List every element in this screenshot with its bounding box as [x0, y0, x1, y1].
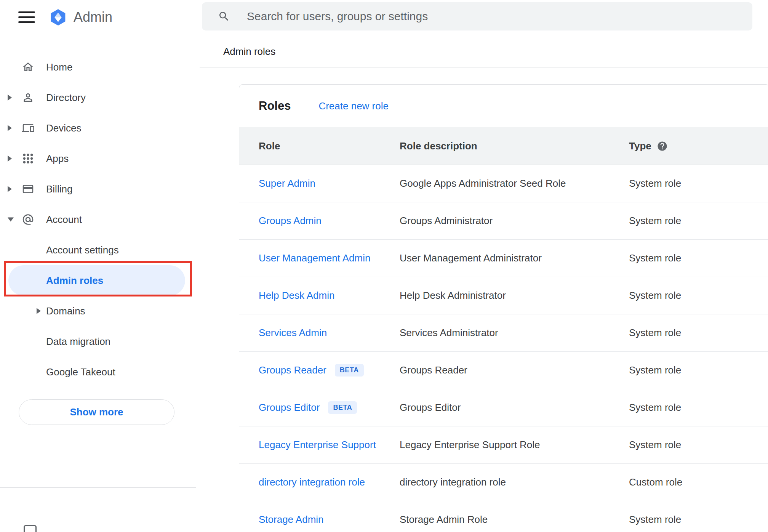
- sidebar-header: Admin: [0, 0, 196, 34]
- create-new-role-link[interactable]: Create new role: [318, 100, 389, 112]
- role-type: System role: [629, 364, 768, 376]
- sidebar-item-directory[interactable]: Directory: [0, 82, 196, 113]
- role-link[interactable]: Groups Editor: [259, 402, 320, 413]
- sidebar-item-label: Directory: [46, 92, 86, 104]
- role-link[interactable]: User Management Admin: [259, 252, 370, 264]
- role-description: Google Apps Administrator Seed Role: [400, 178, 629, 189]
- sidebar-item-apps[interactable]: Apps: [0, 143, 196, 174]
- apps-grid-icon: [22, 152, 34, 165]
- sidebar-item-home[interactable]: Home: [0, 52, 196, 82]
- role-link[interactable]: Super Admin: [259, 178, 315, 189]
- role-description: Storage Admin Role: [400, 514, 629, 526]
- table-row: Groups Reader BETA Groups Reader System …: [239, 352, 768, 389]
- role-description: Groups Editor: [400, 402, 629, 413]
- billing-card-icon: [22, 183, 34, 195]
- role-description: directory integration role: [400, 476, 629, 488]
- role-description: Help Desk Administrator: [400, 290, 629, 301]
- table-row: Help Desk Admin Help Desk Administrator …: [239, 277, 768, 314]
- sidebar-item-label: Google Takeout: [46, 366, 115, 378]
- sidebar-item-label: Data migration: [46, 336, 110, 348]
- home-icon: [22, 61, 34, 74]
- sidebar-item-admin-roles[interactable]: Admin roles: [0, 265, 196, 296]
- at-sign-icon: [22, 213, 34, 226]
- devices-icon: [22, 122, 34, 135]
- sidebar: Admin Home Directory Devices: [0, 0, 196, 532]
- chevron-right-icon[interactable]: [8, 125, 12, 131]
- chevron-down-icon[interactable]: [8, 218, 14, 222]
- roles-card: Roles Create new role Role Role descript…: [239, 84, 768, 532]
- role-link[interactable]: directory integration role: [259, 476, 365, 488]
- sidebar-nav: Home Directory Devices: [0, 52, 196, 387]
- role-description: Groups Administrator: [400, 215, 629, 227]
- role-type: Custom role: [629, 476, 768, 488]
- table-row: Groups Editor BETA Groups Editor System …: [239, 389, 768, 426]
- table-header: Role Role description Type: [239, 127, 768, 165]
- partial-bottom-icon: [24, 525, 37, 532]
- sidebar-bottom-divider: [0, 487, 196, 488]
- role-type: System role: [629, 252, 768, 264]
- sidebar-item-google-takeout[interactable]: Google Takeout: [0, 357, 196, 387]
- table-row: Super Admin Google Apps Administrator Se…: [239, 165, 768, 202]
- sidebar-item-billing[interactable]: Billing: [0, 174, 196, 204]
- role-type: System role: [629, 178, 768, 189]
- menu-icon[interactable]: [18, 11, 35, 23]
- admin-logo-icon: [49, 8, 67, 27]
- role-link[interactable]: Legacy Enterprise Support: [259, 439, 376, 451]
- role-type: System role: [629, 439, 768, 451]
- chevron-right-icon[interactable]: [8, 95, 12, 101]
- table-row: Storage Admin Storage Admin Role System …: [239, 501, 768, 532]
- sidebar-item-label: Devices: [46, 122, 81, 134]
- sidebar-item-label: Account: [46, 214, 82, 226]
- role-type: System role: [629, 327, 768, 339]
- column-header-role: Role: [259, 140, 400, 152]
- sidebar-item-account-settings[interactable]: Account settings: [0, 235, 196, 265]
- column-header-type: Type: [629, 140, 651, 152]
- beta-badge: BETA: [335, 364, 364, 377]
- role-description: Legacy Enterprise Support Role: [400, 439, 629, 451]
- role-link[interactable]: Groups Reader: [259, 364, 326, 376]
- roles-card-header: Roles Create new role: [239, 85, 768, 127]
- help-icon[interactable]: [657, 141, 668, 152]
- table-row: directory integration role directory int…: [239, 464, 768, 501]
- role-link[interactable]: Services Admin: [259, 327, 327, 339]
- role-description: Services Administrator: [400, 327, 629, 339]
- role-link[interactable]: Storage Admin: [259, 514, 324, 526]
- chevron-right-icon[interactable]: [37, 308, 41, 314]
- role-description: Groups Reader: [400, 364, 629, 376]
- sidebar-item-domains[interactable]: Domains: [0, 296, 196, 326]
- role-description: User Management Administrator: [400, 252, 629, 264]
- sidebar-item-label: Home: [46, 61, 72, 73]
- search-bar[interactable]: [202, 2, 752, 30]
- sidebar-item-label: Account settings: [46, 244, 119, 256]
- sidebar-item-label: Billing: [46, 183, 72, 195]
- card-title: Roles: [259, 99, 291, 113]
- content-divider: [200, 67, 768, 67]
- chevron-right-icon[interactable]: [8, 186, 12, 192]
- sidebar-item-label: Apps: [46, 153, 69, 165]
- table-row: Services Admin Services Administrator Sy…: [239, 314, 768, 352]
- roles-table: Super Admin Google Apps Administrator Se…: [239, 165, 768, 532]
- sidebar-item-devices[interactable]: Devices: [0, 113, 196, 143]
- sidebar-item-data-migration[interactable]: Data migration: [0, 326, 196, 357]
- sidebar-item-label: Admin roles: [46, 275, 103, 287]
- sidebar-item-account[interactable]: Account: [0, 204, 196, 235]
- app-title: Admin: [74, 9, 112, 25]
- show-more-button[interactable]: Show more: [19, 399, 174, 425]
- role-link[interactable]: Help Desk Admin: [259, 290, 334, 301]
- sidebar-item-label: Domains: [46, 305, 85, 317]
- person-icon: [22, 91, 34, 104]
- table-row: Groups Admin Groups Administrator System…: [239, 202, 768, 240]
- search-input[interactable]: [247, 10, 752, 23]
- chevron-right-icon[interactable]: [8, 155, 12, 162]
- role-type: System role: [629, 402, 768, 413]
- table-row: User Management Admin User Management Ad…: [239, 240, 768, 277]
- role-type: System role: [629, 514, 768, 526]
- breadcrumb: Admin roles: [223, 46, 275, 58]
- role-type: System role: [629, 290, 768, 301]
- role-type: System role: [629, 215, 768, 227]
- search-icon[interactable]: [218, 10, 230, 22]
- beta-badge: BETA: [328, 401, 357, 414]
- table-row: Legacy Enterprise Support Legacy Enterpr…: [239, 426, 768, 464]
- role-link[interactable]: Groups Admin: [259, 215, 322, 227]
- column-header-description: Role description: [400, 140, 629, 152]
